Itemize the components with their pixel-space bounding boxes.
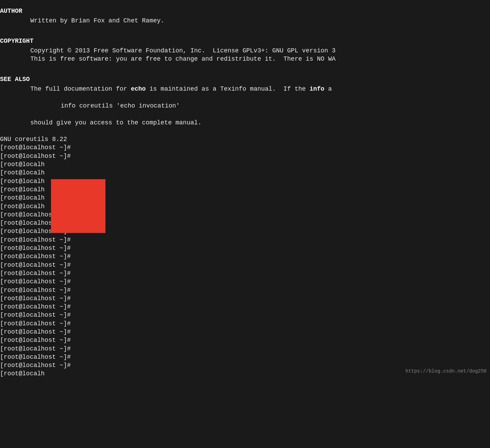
author-section: AUTHOR Written by Brian Fox and Chet Ram… [0, 7, 490, 25]
prompt-17: [root@localhost ~]# [0, 286, 490, 294]
prompt-3: [root@localh [0, 169, 490, 177]
author-content: Written by Brian Fox and Chet Ramey. [0, 17, 490, 25]
see-also-header: SEE ALSO [0, 75, 490, 83]
prompt-14: [root@localhost ~]# [0, 261, 490, 269]
prompt-11: [root@localhost ~]# [0, 236, 490, 244]
see-also-line1: The full documentation for echo is maint… [0, 85, 490, 93]
version-line: GNU coreutils 8.22 [0, 135, 490, 143]
blank-line-3 [0, 93, 490, 102]
author-header: AUTHOR [0, 7, 490, 15]
prompt-13: [root@localhost ~]# [0, 252, 490, 261]
prompt-15: [root@localhost ~]# [0, 269, 490, 277]
prompt-12: [root@localhost ~]# [0, 244, 490, 252]
prompt-23: [root@localhost ~]# [0, 336, 490, 344]
prompt-21: [root@localhost ~]# [0, 319, 490, 328]
prompt-1: [root@localhost ~]# [0, 152, 490, 160]
copyright-header: COPYRIGHT [0, 37, 490, 45]
see-also-line2: should give you access to the complete m… [0, 119, 490, 127]
copyright-line2: This is free software: you are free to c… [0, 55, 490, 63]
prompt-25: [root@localhost ~]# [0, 353, 490, 361]
prompt-16: [root@localhost ~]# [0, 277, 490, 286]
prompt-24: [root@localhost ~]# [0, 345, 490, 353]
prompt-20: [root@localhost ~]# [0, 311, 490, 319]
blank-line-1 [0, 25, 490, 33]
watermark: https://blog.csdn.net/dog250 [406, 368, 487, 375]
blank-line-4 [0, 110, 490, 118]
see-also-section: SEE ALSO The full documentation for echo… [0, 75, 490, 127]
info-keyword: info [309, 85, 324, 92]
echo-keyword: echo [131, 85, 146, 92]
prompt-0: [root@localhost ~]# [0, 143, 490, 152]
prompt-19: [root@localhost ~]# [0, 303, 490, 311]
prompt-2: [root@localh [0, 160, 490, 169]
red-block-overlay [51, 179, 105, 233]
blank-line-5 [0, 127, 490, 135]
blank-line-2 [0, 63, 490, 72]
copyright-section: COPYRIGHT Copyright © 2013 Free Software… [0, 37, 490, 63]
copyright-line1: Copyright © 2013 Free Software Foundatio… [0, 47, 490, 55]
prompt-18: [root@localhost ~]# [0, 294, 490, 303]
terminal: AUTHOR Written by Brian Fox and Chet Ram… [0, 0, 490, 381]
info-command: info coreutils 'echo invocation' [0, 102, 490, 110]
prompt-22: [root@localhost ~]# [0, 328, 490, 336]
